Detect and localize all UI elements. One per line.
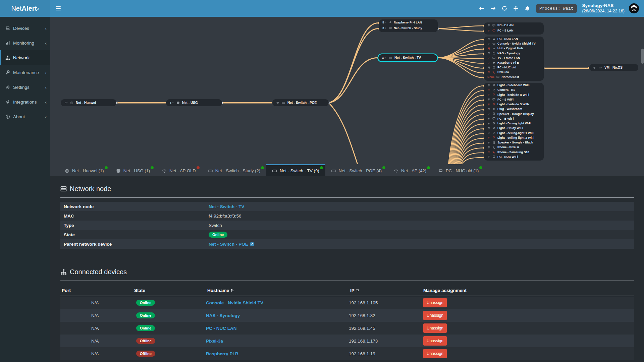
col-ip[interactable]: IP: [349, 288, 422, 293]
topology-device-row[interactable]: Light - bedside S WiFi: [484, 102, 544, 107]
topology-node-tv[interactable]: 4Net - Switch - TV: [378, 54, 437, 61]
topology-device-row[interactable]: PC - S WiFi: [484, 97, 544, 102]
host-name: Synology-NAS: [582, 3, 625, 9]
monitor-icon: [492, 117, 495, 120]
tab-net-switch-tv-9-[interactable]: Net - Switch - TV (9): [266, 164, 325, 176]
sidebar-item-settings[interactable]: Settings‹: [0, 80, 50, 95]
topology-device-row[interactable]: Light - Dining light WiFi: [484, 121, 544, 126]
attr-value: f4:92:bf:a3:f3:56: [209, 214, 634, 219]
topology-device-row[interactable]: Pixel-3a: [484, 70, 544, 74]
eth-icon: [487, 66, 490, 69]
topology-node-usg[interactable]: 1Net - USG: [166, 99, 222, 106]
topology-device-row[interactable]: TV - Frame LAN: [484, 56, 544, 60]
topology-device-row[interactable]: Light - Study WiFi: [484, 126, 544, 130]
wifi-icon: [487, 88, 490, 92]
tab-net-usg-1-[interactable]: Net - USG (1): [110, 164, 156, 176]
attr-value-link[interactable]: Net - Switch - TV: [209, 204, 245, 209]
hostname-link[interactable]: NAS - Synology: [206, 313, 240, 318]
back-arrow-icon[interactable]: [478, 4, 486, 12]
sidebar-item-integrations[interactable]: Integrations‹: [0, 95, 50, 109]
topology-device-row[interactable]: PC - NUC LAN: [484, 37, 544, 41]
page-scrollbar-thumb[interactable]: [641, 49, 644, 64]
sidebar-item-monitoring[interactable]: Monitoring‹: [0, 36, 50, 50]
wifi-icon: [487, 146, 490, 149]
move-icon[interactable]: [512, 4, 520, 12]
camera-icon: [492, 88, 495, 92]
tab-pc-nuc-old-1-[interactable]: PC - NUC old (1): [432, 164, 485, 176]
sidebar-item-about[interactable]: About‹: [0, 109, 50, 124]
chevron-left-icon: ‹: [45, 25, 47, 31]
tab-net-ap-old[interactable]: Net - AP OLD: [156, 164, 202, 176]
attr-row: Parent network deviceNet - Switch - POE: [60, 239, 634, 249]
topology-device-row[interactable]: Light - bedside B WiFi: [484, 93, 544, 97]
topology-node-huawei[interactable]: Net - Huawei: [61, 99, 116, 106]
topology-device-row[interactable]: Raspberry Pi B: [484, 60, 544, 65]
refresh-icon[interactable]: [500, 4, 508, 12]
sidebar-item-label: Devices: [13, 26, 29, 31]
topology-device-row[interactable]: Light - ceiling-light-1 WiFi: [484, 131, 544, 135]
port-count-badge: 1: [170, 101, 174, 105]
sort-icon[interactable]: [230, 288, 234, 292]
topology-device-row[interactable]: Hub - Cygnet Hub: [484, 46, 544, 51]
topology-node-poe[interactable]: Net - Switch - POE: [272, 99, 329, 106]
tab-net-switch-poe-4-[interactable]: Net - Switch - POE (4): [325, 164, 388, 176]
cell-ip: 192.168.1.173: [349, 339, 422, 344]
topology-device-row[interactable]: 5Raspberry Pi 4 LAN: [379, 19, 438, 25]
sidebar-item-network[interactable]: Network: [0, 50, 50, 65]
attr-label: Network node: [64, 204, 209, 209]
topology-device-row[interactable]: Phone - Pixel 6: [484, 145, 544, 149]
sort-icon[interactable]: [356, 288, 360, 292]
topology-device-row[interactable]: NAS - Synology: [484, 51, 544, 56]
speaker-icon: [492, 112, 495, 115]
unassign-button[interactable]: Unassign: [423, 349, 447, 358]
hostname-link[interactable]: Console - Nvidia Shield TV: [206, 300, 263, 305]
topology-device-row[interactable]: PC - NUC WiFi: [484, 155, 544, 159]
external-icon: [250, 242, 254, 246]
wifi-icon: [487, 52, 490, 55]
sidebar-item-devices[interactable]: Devices‹: [0, 21, 50, 36]
attr-value: Net - Switch - POE: [209, 242, 634, 247]
hamburger-icon[interactable]: [50, 0, 66, 17]
cell-manage: Unassign: [422, 349, 634, 358]
topology-device-row[interactable]: Console - Nvidia Shield TV: [484, 41, 544, 46]
notifications-bell-icon[interactable]: [523, 4, 531, 12]
topology-device-row[interactable]: PC - B WiFi: [484, 116, 544, 121]
cell-hostname: Raspberry Pi B: [206, 351, 349, 356]
unassign-button[interactable]: Unassign: [423, 336, 447, 346]
topology-device-row[interactable]: Phone - Samsung S10: [484, 150, 544, 155]
topology-device-row[interactable]: NoneChromecast: [484, 75, 544, 79]
table-row: N/AOfflinePixel-3a192.168.1.173Unassign: [60, 335, 634, 347]
unassign-button[interactable]: Unassign: [423, 311, 447, 320]
topology-device-row[interactable]: Plug - Washroom: [484, 107, 544, 111]
topology-device-row[interactable]: Speaker - Google Display: [484, 112, 544, 116]
hostname-link[interactable]: Pixel-3a: [206, 339, 223, 344]
laptop-icon: [492, 38, 495, 41]
tab-net-ap-42-[interactable]: Net - AP (42): [388, 164, 432, 176]
sitemap-icon: [60, 269, 67, 275]
topology-device-row[interactable]: PC - NUC old: [484, 65, 544, 70]
hostname-link[interactable]: PC - NUC LAN: [206, 326, 237, 331]
topology-device-row[interactable]: Light - ceiling-light-2 WiFi: [484, 135, 544, 140]
topology-device-row[interactable]: 3Net - Switch - Study: [379, 25, 438, 31]
topology-device-row[interactable]: PC - B LAN: [484, 22, 544, 28]
topology-device-row[interactable]: Camera - E1: [484, 87, 544, 92]
tab-net-switch-study-2-[interactable]: Net - Switch - Study (2): [202, 164, 266, 176]
laptop-icon: [438, 169, 443, 173]
user-avatar[interactable]: [629, 3, 639, 14]
unassign-button[interactable]: Unassign: [423, 323, 447, 333]
sidebar-item-maintenance[interactable]: Maintenance‹: [0, 65, 50, 80]
col-hostname[interactable]: Hostname: [206, 288, 349, 293]
topology-device-row[interactable]: Speaker - Google - Black: [484, 140, 544, 145]
hostname-link[interactable]: Raspberry Pi B: [206, 351, 238, 356]
tab-net-huawei-1-[interactable]: Net - Huawei (1): [59, 164, 110, 176]
table-row: N/AOnlineNAS - Synology192.168.1.82Unass…: [60, 309, 634, 322]
forward-arrow-icon[interactable]: [489, 4, 497, 12]
topology-node-vm[interactable]: VM - NixOS: [589, 64, 638, 71]
app-logo[interactable]: NetAlertx: [0, 0, 50, 17]
unassign-button[interactable]: Unassign: [423, 298, 447, 307]
attr-value-link[interactable]: Net - Switch - POE: [209, 242, 248, 247]
topology-edge: [438, 26, 483, 29]
sidebar-item-label: Integrations: [13, 100, 37, 105]
topology-device-row[interactable]: Light - Sideboard WiFi: [484, 83, 544, 87]
topology-device-row[interactable]: PC - S LAN: [484, 28, 544, 33]
